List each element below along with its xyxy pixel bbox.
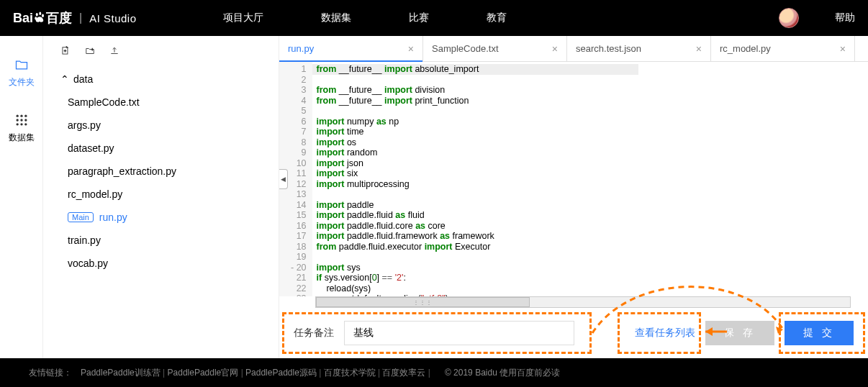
editor-tab[interactable]: run.py× [279, 36, 423, 61]
code-editor[interactable]: ◀ 12345678910111213141516171819- 2021222… [279, 62, 868, 296]
logo-ai-studio: AI Studio [89, 12, 136, 24]
new-folder-icon[interactable]: + [85, 46, 95, 59]
nav-datasets[interactable]: 数据集 [321, 12, 351, 24]
svg-text:+: + [64, 48, 67, 53]
close-icon[interactable]: × [552, 43, 558, 55]
file-tree: ⌃ dataSampleCode.txtargs.pydataset.pypar… [43, 68, 279, 275]
svg-point-9 [24, 119, 27, 121]
horizontal-scrollbar[interactable]: ⋮⋮⋮ [315, 296, 851, 308]
logo[interactable]: Bai百度 | AI Studio [13, 9, 137, 27]
tree-file[interactable]: rc_model.py [48, 183, 279, 206]
tree-file[interactable]: args.py [48, 114, 279, 137]
baidu-paw-icon: Bai百度 [13, 9, 72, 27]
svg-point-12 [24, 123, 27, 125]
action-bar: 任务备注 查看任务列表 保 存 提 交 [279, 308, 868, 358]
nav-projects[interactable]: 项目大厅 [223, 12, 263, 24]
remark-input[interactable] [344, 321, 574, 345]
close-icon[interactable]: × [696, 43, 702, 55]
tree-file[interactable]: SampleCode.txt [48, 91, 279, 114]
svg-point-11 [20, 123, 22, 125]
editor-tab[interactable]: rc_model.py× [711, 36, 855, 61]
help-link[interactable]: 帮助 [835, 12, 855, 24]
footer-link[interactable]: PaddlePaddle官网 [168, 368, 239, 378]
nav-contests[interactable]: 比赛 [409, 12, 429, 24]
submit-button[interactable]: 提 交 [785, 321, 854, 345]
tree-file[interactable]: train.py [48, 229, 279, 252]
svg-point-5 [20, 115, 22, 117]
remark-label: 任务备注 [294, 327, 334, 340]
svg-point-2 [42, 14, 44, 17]
svg-point-6 [24, 115, 27, 117]
svg-point-7 [16, 119, 18, 121]
editor-area: run.py×SampleCode.txt×search.test.json×r… [279, 36, 868, 358]
fold-gutter-handle[interactable]: ◀ [279, 169, 288, 189]
view-tasks-link[interactable]: 查看任务列表 [635, 327, 695, 340]
footer-link[interactable]: PaddlePaddle源码 [245, 368, 317, 378]
avatar[interactable] [779, 8, 799, 28]
footer-copyright: © 2019 Baidu 使用百度前必读 [445, 367, 560, 379]
svg-point-0 [36, 13, 38, 17]
close-icon[interactable]: × [840, 43, 846, 55]
tree-file[interactable]: paragraph_extraction.py [48, 160, 279, 183]
close-icon[interactable]: × [408, 43, 414, 55]
nav-edu[interactable]: 教育 [487, 12, 507, 24]
grid-icon [14, 113, 29, 127]
svg-point-10 [16, 123, 18, 125]
rail-datasets[interactable]: 数据集 [9, 113, 35, 144]
new-file-icon[interactable]: + [60, 46, 71, 59]
logo-divider: | [79, 12, 82, 24]
svg-point-8 [20, 119, 22, 121]
tree-file[interactable]: vocab.py [48, 252, 279, 275]
left-rail: 文件夹 数据集 [0, 36, 43, 358]
upload-icon[interactable] [109, 46, 119, 59]
main: 文件夹 数据集 + + ⌃ dataSampleCode.txtargs.pyd… [0, 36, 868, 358]
rail-files[interactable]: 文件夹 [9, 58, 35, 88]
svg-text:+: + [91, 47, 94, 51]
editor-tabs: run.py×SampleCode.txt×search.test.json×r… [279, 36, 868, 62]
top-header: Bai百度 | AI Studio 项目大厅 数据集 比赛 教育 帮助 [0, 0, 868, 36]
header-right: 帮助 [779, 8, 855, 28]
explorer-toolbar: + + [43, 46, 279, 68]
top-nav: 项目大厅 数据集 比赛 教育 [223, 12, 507, 24]
footer-link[interactable]: PaddlePaddle训练营 [81, 368, 161, 378]
tree-file[interactable]: dataset.py [48, 137, 279, 160]
folder-icon [14, 58, 29, 72]
footer-prefix: 友情链接： [29, 367, 72, 379]
save-button[interactable]: 保 存 [705, 321, 774, 345]
tree-folder-data[interactable]: ⌃ data [48, 68, 279, 91]
file-explorer: + + ⌃ dataSampleCode.txtargs.pydataset.p… [43, 36, 279, 358]
footer-link[interactable]: 百度效率云 [382, 368, 425, 378]
tree-file[interactable]: Mainrun.py [48, 206, 279, 229]
footer: 友情链接： PaddlePaddle训练营 | PaddlePaddle官网 |… [0, 358, 868, 387]
editor-tab[interactable]: SampleCode.txt× [423, 36, 567, 61]
rail-files-label: 文件夹 [9, 76, 35, 88]
code-content[interactable]: from __future__ import absolute_import f… [312, 62, 499, 296]
svg-point-4 [16, 115, 18, 117]
scrollbar-thumb[interactable]: ⋮⋮⋮ [316, 297, 530, 307]
svg-point-1 [39, 12, 41, 15]
footer-link[interactable]: 百度技术学院 [324, 368, 376, 378]
editor-tab[interactable]: search.test.json× [567, 36, 711, 61]
rail-datasets-label: 数据集 [9, 132, 35, 144]
